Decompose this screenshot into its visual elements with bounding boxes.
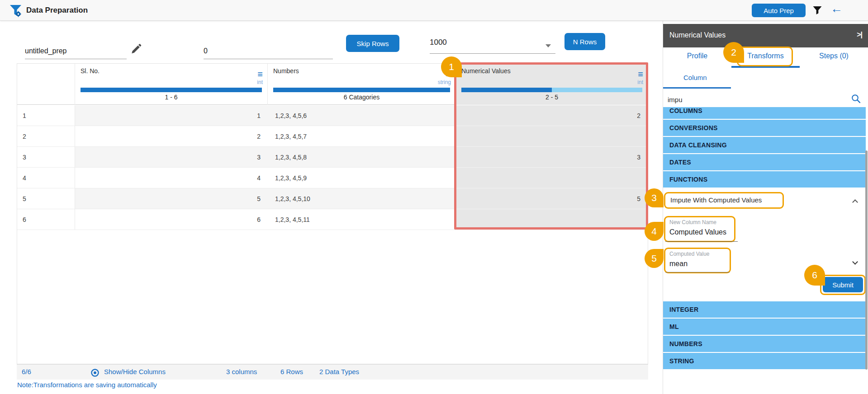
column-fill-bar — [81, 88, 262, 92]
table-row[interactable]: 1 1 1,2,3, 4,5,6 2 — [17, 105, 648, 126]
annotation-pin-5: 5 — [645, 249, 664, 268]
transform-search-input[interactable] — [668, 93, 853, 106]
group-item-ml[interactable]: ML — [663, 319, 866, 335]
numbers-cell: 1,2,3, 4,5,7 — [268, 126, 456, 147]
column-range: 1 - 6 — [75, 94, 267, 101]
skip-rows-input[interactable] — [204, 43, 333, 59]
sl-no-cell: 3 — [75, 147, 268, 168]
n-rows-button[interactable]: N Rows — [564, 33, 605, 50]
subtab-column[interactable]: Column — [683, 74, 707, 81]
page-title: Data Preparation — [26, 6, 88, 15]
menu-icon[interactable]: ≡ — [638, 70, 643, 78]
computed-value-select[interactable]: mean — [669, 260, 688, 268]
eye-icon[interactable] — [90, 368, 100, 377]
group-item-columns[interactable]: COLUMNS — [663, 107, 866, 119]
row-index-cell: 4 — [17, 168, 75, 188]
columns-count-label: 3 columns — [226, 368, 257, 375]
auto-prep-button[interactable]: Auto Prep — [752, 4, 806, 17]
prep-name-input[interactable] — [25, 43, 127, 59]
visible-columns-count: 6/6 — [22, 368, 31, 375]
search-icon[interactable] — [851, 94, 861, 103]
sl-no-cell: 4 — [75, 168, 268, 188]
table-row[interactable]: 3 3 1,2,3, 4,5,8 3 — [17, 147, 648, 168]
numbers-cell: 1,2,3, 4,5,9 — [268, 168, 456, 188]
numbers-cell: 1,2,3, 4,5,11 — [268, 209, 456, 230]
column-fill-bar — [461, 88, 642, 92]
table-header-row: Sl. No. ≡ int 1 - 6 Numbers ≡ string 6 C… — [17, 64, 648, 105]
app-logo-funnel-icon — [9, 4, 23, 17]
group-item-string[interactable]: STRING — [663, 353, 866, 369]
table-row[interactable]: 6 6 1,2,3, 4,5,11 — [17, 209, 648, 230]
select-caret-icon — [545, 44, 551, 47]
edit-pencil-icon[interactable] — [130, 43, 142, 55]
computed-value-label: Computed Value — [669, 251, 710, 257]
show-hide-columns-link[interactable]: Show/Hide Columns — [104, 368, 166, 375]
tab-steps[interactable]: Steps (0) — [800, 52, 868, 60]
group-item-integer[interactable]: INTEGER — [663, 301, 866, 318]
column-range: 6 Catagories — [268, 94, 455, 101]
column-type: string — [438, 79, 451, 85]
column-header-sl-no[interactable]: Sl. No. ≡ int 1 - 6 — [75, 64, 268, 105]
row-index-cell: 5 — [17, 188, 75, 209]
n-rows-select[interactable]: 1000 — [430, 37, 555, 54]
sl-no-cell: 5 — [75, 188, 268, 209]
column-header-numbers[interactable]: Numbers ≡ string 6 Catagories — [268, 64, 456, 105]
numbers-cell: 1,2,3, 4,5,6 — [268, 105, 456, 126]
numerical-values-cell — [456, 126, 648, 147]
submit-button[interactable]: Submit — [823, 277, 863, 292]
annotation-pin-1: 1 — [441, 56, 462, 77]
top-bar: Data Preparation Auto Prep ← — [0, 0, 868, 21]
column-name: Sl. No. — [81, 67, 100, 75]
menu-icon[interactable]: ≡ — [257, 70, 263, 78]
collapse-panel-icon[interactable]: >| — [857, 31, 862, 39]
filter-icon[interactable] — [812, 5, 823, 16]
chevron-down-icon[interactable] — [852, 259, 858, 265]
back-arrow-icon[interactable]: ← — [830, 2, 843, 16]
row-index-cell: 1 — [17, 105, 75, 126]
numerical-values-cell — [456, 209, 648, 230]
tab-profile[interactable]: Profile — [663, 52, 731, 60]
input-underline — [665, 241, 738, 242]
numerical-values-cell: 3 — [456, 147, 648, 168]
row-index-cell: 2 — [17, 126, 75, 147]
table-row[interactable]: 4 4 1,2,3, 4,5,9 — [17, 168, 648, 188]
numbers-cell: 1,2,3, 4,5,10 — [268, 188, 456, 209]
group-item-dates[interactable]: DATES — [663, 154, 866, 170]
numerical-values-cell: 2 — [456, 105, 648, 126]
sl-no-cell: 6 — [75, 209, 268, 230]
row-index-cell: 6 — [17, 209, 75, 230]
table-row[interactable]: 5 5 1,2,3, 4,5,10 5 — [17, 188, 648, 209]
skip-rows-button[interactable]: Skip Rows — [346, 35, 399, 52]
annotation-pin-6: 6 — [804, 265, 825, 286]
column-name: Numbers — [273, 67, 299, 75]
column-header-numerical-values[interactable]: Numerical Values ≡ int 2 - 5 — [456, 64, 648, 105]
data-table-card: Sl. No. ≡ int 1 - 6 Numbers ≡ string 6 C… — [17, 63, 648, 364]
column-name: Numerical Values — [461, 67, 511, 75]
group-item-conversions[interactable]: CONVERSIONS — [663, 120, 866, 136]
new-column-name-input[interactable]: Computed Values — [669, 228, 726, 236]
group-item-numbers[interactable]: NUMBERS — [663, 336, 866, 352]
column-type: int — [637, 79, 643, 85]
group-item-data-cleansing[interactable]: DATA CLEANSING — [663, 137, 866, 153]
sl-no-cell: 1 — [75, 105, 268, 126]
annotation-pin-3: 3 — [645, 188, 664, 207]
column-fill-bar — [273, 88, 450, 92]
numerical-values-cell — [456, 168, 648, 188]
annotation-box-transforms — [737, 47, 793, 66]
column-type: int — [257, 79, 263, 85]
numerical-values-cell: 5 — [456, 188, 648, 209]
numbers-cell: 1,2,3, 4,5,8 — [268, 147, 456, 168]
annotation-pin-4: 4 — [645, 222, 664, 241]
annotation-pin-2: 2 — [723, 42, 744, 63]
data-preparation-app: Data Preparation Auto Prep ← Skip Rows 1… — [0, 0, 868, 394]
group-item-functions[interactable]: FUNCTIONS — [663, 171, 866, 188]
panel-header: Numerical Values >| — [663, 24, 868, 47]
types-count-label: 2 Data Types — [319, 368, 359, 375]
row-index-header — [17, 64, 75, 105]
n-rows-select-value: 1000 — [430, 38, 447, 47]
select-underline — [665, 272, 730, 272]
panel-scrollbar[interactable] — [865, 150, 868, 370]
transform-item-label: Impute With Computed Values — [670, 196, 762, 204]
new-column-name-label: New Column Name — [669, 219, 716, 225]
table-row[interactable]: 2 2 1,2,3, 4,5,7 — [17, 126, 648, 147]
